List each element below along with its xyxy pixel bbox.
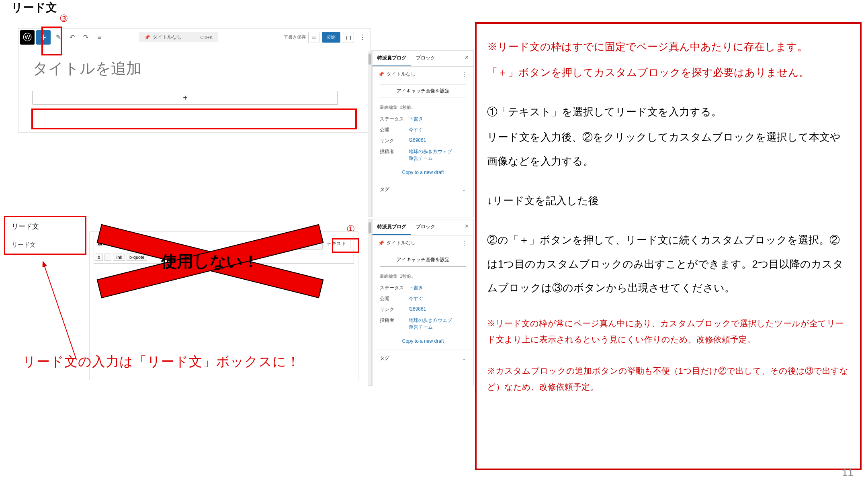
media-button[interactable]: 🖼 メディア xyxy=(97,240,125,247)
settings-sidebar-1: 特派員ブログ ブロック × 📌 タイトルなし ⋮ アイキャッチ画像を設定 最終編… xyxy=(372,50,474,217)
bquote-button[interactable]: b-quote xyxy=(127,254,147,261)
arrow-to-leadbox xyxy=(32,261,113,366)
bottom-caption: リード文の入力は「リード文」ボックスに！ xyxy=(23,353,300,371)
author-label: 投稿者 xyxy=(380,317,409,331)
last-edited-text: 最終編集: 1秒前。 xyxy=(373,103,473,114)
sidebar-tab-block[interactable]: ブロック xyxy=(411,219,440,235)
author-value[interactable]: 地球の歩き方ウェブ運営チーム xyxy=(409,148,452,162)
lead-box-title: リード文 xyxy=(5,217,85,236)
copy-draft-link[interactable]: Copy to a new draft xyxy=(373,333,473,350)
instr-step-1: ①「テキスト」を選択してリード文を入力する。 xyxy=(487,100,850,124)
scrollbar[interactable] xyxy=(368,219,372,386)
pin-icon: 📌 xyxy=(144,35,150,40)
sidebar-tab-post[interactable]: 特派員ブログ xyxy=(373,51,411,66)
instr-step-1b: リード文を入力後、②をクリックしてカスタムブロックを選択して本文や画像などを入力… xyxy=(487,125,850,174)
instr-warn-2: 「＋」ボタンを押してカスタムブロックを探す必要はありません。 xyxy=(487,61,850,85)
callout-frame-3 xyxy=(41,27,62,55)
scrollbar[interactable] xyxy=(368,51,372,217)
callout-number-3: ③ xyxy=(59,13,68,24)
page-number: 11 xyxy=(842,467,854,479)
title-pill-text: タイトルなし xyxy=(153,34,182,41)
more-icon[interactable]: ⋮ xyxy=(462,240,468,246)
last-edited-text: 最終編集: 1秒前。 xyxy=(373,272,473,282)
classic-buttons-row: b i link b-quote xyxy=(94,251,354,264)
status-value[interactable]: 下書き xyxy=(409,284,423,291)
post-title-input[interactable]: タイトルを追加 xyxy=(33,58,356,79)
italic-button[interactable]: i xyxy=(104,254,111,261)
author-label: 投稿者 xyxy=(380,148,409,162)
undo-icon[interactable]: ↶ xyxy=(66,31,78,43)
publish-label: 公開 xyxy=(380,127,409,133)
sidebar-close-icon[interactable]: × xyxy=(460,51,473,66)
sidebar-tab-post[interactable]: 特派員ブログ xyxy=(373,219,411,235)
callout-frame-2 xyxy=(31,108,357,129)
publish-button[interactable]: 公開 xyxy=(322,32,340,43)
settings-sidebar-2: 特派員ブログ ブロック × 📌 タイトルなし ⋮ アイキャッチ画像を設定 最終編… xyxy=(372,219,474,386)
link-value[interactable]: /269861 xyxy=(409,137,426,144)
link-button[interactable]: link xyxy=(113,254,125,261)
link-label: リンク xyxy=(380,306,409,313)
shortcut-hint: Ctrl+K xyxy=(200,35,213,40)
redo-icon[interactable]: ↷ xyxy=(80,31,92,43)
instr-step-2: ②の「＋」ボタンを押して、リード文に続くカスタムブロックを選択。②は1つ目のカス… xyxy=(487,228,850,300)
classic-toolbar: 🖼 メディア ビジュアル テキスト xyxy=(94,236,354,251)
instr-note-2: ※カスタムブロックの追加ボタンの挙動も不便（1つ目だけ②で出して、その後は③で出… xyxy=(487,363,850,395)
instr-after: ↓リード文を記入した後 xyxy=(487,189,850,213)
copy-draft-link[interactable]: Copy to a new draft xyxy=(373,164,473,181)
visual-tab[interactable]: ビジュアル xyxy=(289,238,322,250)
title-pill[interactable]: 📌 タイトルなし Ctrl+K xyxy=(139,32,218,42)
tags-section[interactable]: タグ⌄ xyxy=(373,181,473,198)
pin-icon: 📌 xyxy=(378,72,384,77)
author-value[interactable]: 地球の歩き方ウェブ運営チーム xyxy=(409,317,452,331)
status-label: ステータス xyxy=(380,116,409,123)
instruction-panel: ※リード文の枠はすでに固定でページ真ん中あたりに存在します。 「＋」ボタンを押し… xyxy=(475,22,862,470)
publish-value[interactable]: 今すぐ xyxy=(409,295,423,302)
set-featured-image-button[interactable]: アイキャッチ画像を設定 xyxy=(380,253,466,267)
link-label: リンク xyxy=(380,137,409,144)
options-icon[interactable]: ⋮ xyxy=(356,31,368,43)
status-label: ステータス xyxy=(380,284,409,291)
add-block-inline-button[interactable]: + xyxy=(33,91,338,104)
chevron-down-icon: ⌄ xyxy=(462,187,466,192)
save-draft-link[interactable]: 下書き保存 xyxy=(284,34,306,40)
page-heading: リード文 xyxy=(11,0,57,15)
chevron-down-icon: ⌄ xyxy=(462,356,466,361)
svg-line-0 xyxy=(44,265,76,360)
set-featured-image-button[interactable]: アイキャッチ画像を設定 xyxy=(380,84,466,98)
link-value[interactable]: /269861 xyxy=(409,306,426,313)
sidebar-title: タイトルなし xyxy=(387,239,416,246)
instr-warn-1: ※リード文の枠はすでに固定でページ真ん中あたりに存在します。 xyxy=(487,35,850,59)
tags-section[interactable]: タグ⌄ xyxy=(373,350,473,366)
list-view-icon[interactable]: ≡ xyxy=(93,31,105,43)
sidebar-title: タイトルなし xyxy=(387,71,416,78)
publish-value[interactable]: 今すぐ xyxy=(409,127,423,133)
bold-button[interactable]: b xyxy=(95,254,103,261)
lead-text-box: リード文 リード文 xyxy=(4,216,86,255)
wp-toolbar: ⓦ + ✎ ↶ ↷ ≡ 📌 タイトルなし Ctrl+K 下書き保存 ▭ 公開 ▢… xyxy=(18,29,370,46)
sidebar-tab-block[interactable]: ブロック xyxy=(411,51,440,66)
pin-icon: 📌 xyxy=(378,240,384,246)
lead-box-subtitle: リード文 xyxy=(5,236,85,254)
publish-label: 公開 xyxy=(380,295,409,302)
settings-sidebar-icon[interactable]: ▢ xyxy=(343,32,354,43)
instr-note-1: ※リード文の枠が常にページ真ん中にあり、カスタムブロックで選択したツールが全てリ… xyxy=(487,315,850,348)
status-value[interactable]: 下書き xyxy=(409,116,423,123)
callout-frame-1 xyxy=(332,238,359,253)
preview-icon[interactable]: ▭ xyxy=(308,32,319,43)
more-icon[interactable]: ⋮ xyxy=(462,72,468,77)
wordpress-logo-icon[interactable]: ⓦ xyxy=(20,30,35,45)
sidebar-close-icon[interactable]: × xyxy=(460,219,473,235)
